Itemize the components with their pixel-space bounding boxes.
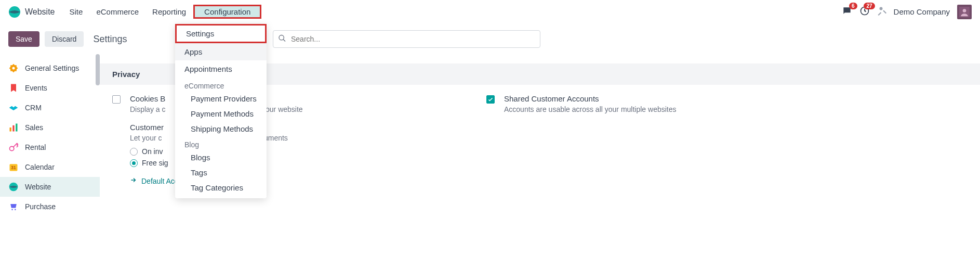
nav-configuration[interactable]: Configuration: [193, 5, 261, 19]
nav-site[interactable]: Site: [63, 5, 89, 18]
sidebar-item-purchase[interactable]: Purchase: [0, 197, 100, 217]
shared-accounts-checkbox[interactable]: [486, 95, 495, 104]
cart-icon: [8, 201, 19, 212]
dropdown-tag-categories[interactable]: Tag Categories: [175, 180, 267, 195]
shared-accounts-title: Shared Customer Accounts: [504, 94, 677, 103]
search-icon: [278, 34, 286, 44]
svg-point-4: [279, 35, 284, 40]
activities-badge: 27: [864, 3, 875, 9]
radio-icon: [130, 148, 138, 156]
messages-button[interactable]: 6: [842, 6, 852, 18]
sidebar-item-rental[interactable]: Rental: [0, 137, 100, 157]
tools-icon[interactable]: [877, 6, 886, 17]
messages-badge: 6: [849, 3, 857, 9]
discard-button[interactable]: Discard: [45, 31, 84, 47]
dropdown-payment-providers[interactable]: Payment Providers: [175, 91, 267, 106]
svg-point-3: [963, 9, 966, 12]
dropdown-appointments[interactable]: Appointments: [175, 60, 267, 78]
bar-chart-icon: [8, 122, 19, 133]
search-wrap: [273, 30, 540, 48]
page-title: Settings: [93, 34, 127, 45]
sidebar-label: Events: [25, 84, 47, 92]
sidebar-label: Purchase: [25, 202, 56, 211]
dropdown-shipping-methods[interactable]: Shipping Methods: [175, 121, 267, 136]
gear-icon: [8, 63, 19, 73]
calendar-icon: 31: [8, 162, 19, 172]
customer-title: Customer: [130, 123, 164, 132]
cookies-checkbox[interactable]: [112, 95, 121, 104]
sidebar-item-general[interactable]: General Settings: [0, 58, 100, 78]
brand[interactable]: Website: [8, 6, 55, 18]
dropdown-blogs[interactable]: Blogs: [175, 150, 267, 165]
svg-rect-8: [10, 128, 11, 132]
svg-point-15: [11, 209, 13, 211]
svg-text:31: 31: [11, 165, 16, 170]
svg-rect-10: [16, 124, 17, 132]
radio-icon: [130, 159, 138, 167]
topnav-right: 6 27 Demo Company: [842, 5, 972, 19]
sidebar-label: CRM: [25, 104, 42, 112]
user-avatar[interactable]: [957, 5, 972, 19]
radio-free-signup[interactable]: Free sig: [130, 159, 168, 167]
search-input[interactable]: [273, 30, 540, 48]
nav-items: Site eCommerce Reporting Configuration: [63, 5, 262, 19]
activities-button[interactable]: 27: [859, 6, 870, 18]
svg-point-16: [15, 209, 16, 211]
top-nav: Website Site eCommerce Reporting Configu…: [0, 0, 980, 24]
sidebar-item-website[interactable]: Website: [0, 177, 100, 197]
app-logo-icon: [8, 6, 21, 18]
scrollbar-thumb[interactable]: [96, 54, 100, 85]
dropdown-section-ecommerce: eCommerce: [175, 78, 267, 91]
dropdown-payment-methods[interactable]: Payment Methods: [175, 106, 267, 121]
sidebar-label: Calendar: [25, 163, 55, 171]
key-icon: [8, 142, 19, 152]
arrow-right-icon: [130, 176, 137, 185]
globe-icon: [8, 182, 19, 192]
app-name: Website: [25, 7, 55, 17]
sidebar-label: Website: [25, 183, 51, 191]
sidebar-item-sales[interactable]: Sales: [0, 118, 100, 137]
dropdown-apps[interactable]: Apps: [175, 43, 267, 60]
save-button[interactable]: Save: [8, 31, 39, 47]
nav-ecommerce[interactable]: eCommerce: [90, 5, 145, 18]
company-selector[interactable]: Demo Company: [894, 7, 950, 16]
sidebar-label: Sales: [25, 123, 43, 132]
nav-reporting[interactable]: Reporting: [146, 5, 192, 18]
configuration-dropdown: Settings Apps Appointments eCommerce Pay…: [175, 24, 267, 198]
handshake-icon: [8, 103, 19, 113]
sidebar-item-calendar[interactable]: 31 Calendar: [0, 157, 100, 177]
svg-line-5: [283, 40, 285, 42]
shared-accounts-desc: Accounts are usable across all your mult…: [504, 105, 677, 113]
dropdown-section-blog: Blog: [175, 136, 267, 150]
settings-sidebar: General Settings Events CRM Sales Rental…: [0, 54, 100, 221]
radio-on-invitation[interactable]: On inv: [130, 147, 168, 156]
bookmark-icon: [8, 83, 19, 93]
svg-point-7: [12, 67, 15, 70]
svg-rect-9: [12, 125, 14, 132]
sidebar-label: Rental: [25, 143, 46, 151]
sidebar-label: General Settings: [25, 64, 79, 72]
dropdown-tags[interactable]: Tags: [175, 165, 267, 180]
dropdown-settings[interactable]: Settings: [175, 24, 267, 43]
control-bar: Save Discard Settings: [0, 24, 980, 54]
settings-main: Privacy Cookies B Display a c n your web…: [100, 54, 980, 221]
sidebar-item-crm[interactable]: CRM: [0, 98, 100, 118]
sidebar-item-events[interactable]: Events: [0, 78, 100, 98]
